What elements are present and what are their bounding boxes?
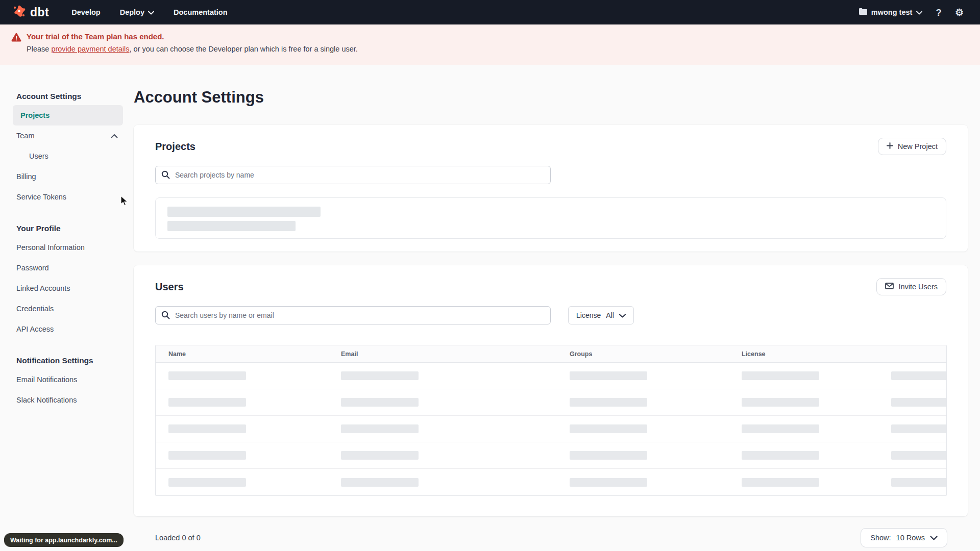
table-cell bbox=[878, 398, 947, 407]
rows-per-page-dropdown[interactable]: Show: 10 Rows bbox=[861, 528, 947, 547]
users-table: Name Email Groups License bbox=[155, 345, 947, 496]
nav-item-documentation[interactable]: Documentation bbox=[174, 8, 228, 16]
table-cell bbox=[557, 424, 729, 433]
projects-card-title: Projects bbox=[155, 141, 195, 153]
table-cell bbox=[328, 398, 557, 407]
table-cell bbox=[156, 398, 328, 407]
nav-item-deploy[interactable]: Deploy bbox=[120, 8, 154, 16]
table-cell bbox=[878, 451, 947, 460]
projects-search-input[interactable] bbox=[155, 166, 551, 184]
users-search-input[interactable] bbox=[155, 306, 551, 324]
sidebar-item-credentials[interactable]: Credentials bbox=[13, 298, 123, 319]
search-icon bbox=[161, 311, 170, 321]
sidebar-item-email-notifications[interactable]: Email Notifications bbox=[13, 369, 123, 390]
users-table-body bbox=[156, 363, 946, 495]
sidebar-item-projects[interactable]: Projects bbox=[13, 105, 123, 126]
main-content: Account Settings Projects New Project bbox=[134, 65, 968, 547]
banner-title: Your trial of the Team plan has ended. bbox=[27, 31, 358, 42]
sidebar-item-linked-accounts[interactable]: Linked Accounts bbox=[13, 278, 123, 298]
skeleton-bar bbox=[570, 478, 647, 487]
table-cell bbox=[557, 451, 729, 460]
page-title: Account Settings bbox=[134, 87, 968, 108]
banner-body: Please provide payment details, or you c… bbox=[27, 42, 358, 56]
skeleton-bar bbox=[168, 424, 246, 433]
help-icon[interactable]: ? bbox=[936, 8, 942, 17]
chevron-down-icon bbox=[930, 534, 938, 542]
plus-icon bbox=[887, 142, 893, 151]
skeleton-bar bbox=[742, 478, 819, 487]
folder-icon bbox=[859, 8, 867, 17]
table-cell bbox=[729, 398, 878, 407]
users-table-skeleton-row bbox=[156, 469, 946, 495]
skeleton-bar bbox=[891, 371, 947, 380]
column-header-license: License bbox=[729, 350, 878, 358]
invite-users-button[interactable]: Invite Users bbox=[876, 278, 946, 295]
dbt-logo-icon bbox=[12, 5, 26, 20]
skeleton-bar bbox=[168, 398, 246, 407]
envelope-icon bbox=[885, 283, 894, 291]
nav-item-develop[interactable]: Develop bbox=[71, 8, 100, 16]
sidebar-item-api-access[interactable]: API Access bbox=[13, 319, 123, 339]
users-table-header-row: Name Email Groups License bbox=[156, 345, 946, 363]
sidebar-item-password[interactable]: Password bbox=[13, 258, 123, 278]
sidebar-item-slack-notifications[interactable]: Slack Notifications bbox=[13, 390, 123, 410]
sidebar-item-service-tokens[interactable]: Service Tokens bbox=[13, 187, 123, 207]
skeleton-bar bbox=[570, 424, 647, 433]
skeleton-bar bbox=[570, 398, 647, 407]
sidebar-item-personal-information[interactable]: Personal Information bbox=[13, 237, 123, 258]
table-cell bbox=[557, 478, 729, 487]
table-cell bbox=[156, 478, 328, 487]
table-cell bbox=[328, 424, 557, 433]
new-project-button[interactable]: New Project bbox=[878, 138, 946, 155]
chevron-down-icon bbox=[916, 8, 922, 16]
table-cell bbox=[156, 424, 328, 433]
license-filter-dropdown[interactable]: License All bbox=[568, 306, 634, 324]
table-cell bbox=[878, 478, 947, 487]
skeleton-bar bbox=[341, 451, 419, 460]
skeleton-bar bbox=[168, 371, 246, 380]
trial-ended-banner: Your trial of the Team plan has ended. P… bbox=[0, 24, 980, 65]
settings-sidebar: Account Settings Projects Team Users Bil… bbox=[13, 92, 123, 427]
users-table-skeleton-row bbox=[156, 363, 946, 389]
table-cell bbox=[878, 371, 947, 380]
sidebar-item-billing[interactable]: Billing bbox=[13, 166, 123, 187]
table-cell bbox=[729, 478, 878, 487]
table-cell bbox=[729, 451, 878, 460]
users-table-skeleton-row bbox=[156, 442, 946, 469]
settings-gear-icon[interactable]: ⚙ bbox=[955, 8, 964, 17]
loaded-count-text: Loaded 0 of 0 bbox=[155, 534, 201, 542]
browser-status-toast: Waiting for app.launchdarkly.com... bbox=[4, 533, 124, 547]
provide-payment-details-link[interactable]: provide payment details bbox=[51, 45, 129, 53]
search-icon bbox=[161, 170, 170, 181]
projects-card: Projects New Project bbox=[134, 125, 968, 252]
chevron-down-icon bbox=[148, 8, 154, 16]
skeleton-bar bbox=[742, 398, 819, 407]
sidebar-item-team[interactable]: Team bbox=[13, 126, 123, 146]
chevron-up-icon bbox=[111, 132, 118, 140]
dbt-logo[interactable]: dbt bbox=[12, 5, 49, 20]
sidebar-heading-account-settings: Account Settings bbox=[13, 92, 123, 105]
top-navbar: dbt Develop Deploy Documentation mwong t… bbox=[0, 0, 980, 24]
skeleton-bar bbox=[341, 424, 419, 433]
users-table-skeleton-row bbox=[156, 389, 946, 416]
sidebar-heading-notification-settings: Notification Settings bbox=[13, 356, 123, 369]
skeleton-bar bbox=[167, 221, 296, 231]
sidebar-item-users[interactable]: Users bbox=[13, 146, 123, 166]
table-cell bbox=[729, 371, 878, 380]
skeleton-bar bbox=[341, 371, 419, 380]
account-name: mwong test bbox=[871, 8, 913, 16]
skeleton-bar bbox=[891, 478, 947, 487]
skeleton-bar bbox=[341, 398, 419, 407]
column-header-name: Name bbox=[156, 350, 328, 358]
account-switcher[interactable]: mwong test bbox=[859, 8, 923, 17]
projects-loading-skeleton bbox=[155, 197, 946, 239]
sidebar-heading-your-profile: Your Profile bbox=[13, 224, 123, 237]
skeleton-bar bbox=[891, 398, 947, 407]
table-cell bbox=[328, 371, 557, 380]
table-cell bbox=[328, 451, 557, 460]
skeleton-bar bbox=[570, 371, 647, 380]
skeleton-bar bbox=[742, 451, 819, 460]
table-cell bbox=[557, 398, 729, 407]
skeleton-bar bbox=[168, 478, 246, 487]
column-header-email: Email bbox=[328, 350, 557, 358]
